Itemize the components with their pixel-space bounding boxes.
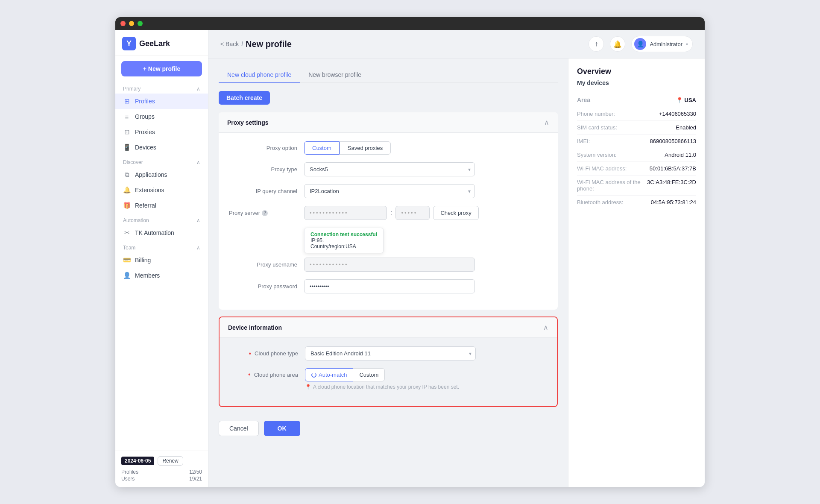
sidebar-item-extensions[interactable]: 🔔 Extensions bbox=[115, 182, 208, 198]
proxy-custom-btn[interactable]: Custom bbox=[304, 141, 340, 155]
sidebar-item-members[interactable]: 👤 Members bbox=[115, 268, 208, 283]
tab-bar: New cloud phone profile New browser prof… bbox=[219, 67, 558, 83]
proxy-server-help-icon[interactable]: ? bbox=[262, 210, 268, 216]
proxy-password-input[interactable] bbox=[304, 279, 475, 293]
applications-icon: ⧉ bbox=[123, 171, 131, 179]
profiles-stat-label: Profiles bbox=[121, 469, 138, 475]
overview-area-row: Area 📍 USA bbox=[577, 93, 696, 107]
proxy-settings-header: Proxy settings ∧ bbox=[219, 112, 558, 133]
proxy-password-wrapper bbox=[304, 279, 475, 293]
new-profile-button[interactable]: + New profile bbox=[121, 61, 202, 76]
wifi-mac-phone-label: Wi-Fi MAC address of the phone: bbox=[577, 179, 647, 192]
proxy-option-row: Proxy option Custom Saved proxies bbox=[229, 141, 548, 155]
proxy-type-row: Proxy type Socks5 HTTP HTTPS SOCKS4 ▾ bbox=[229, 162, 548, 176]
proxy-saved-btn[interactable]: Saved proxies bbox=[340, 141, 391, 155]
overview-wifi-mac-phone: Wi-Fi MAC address of the phone: 3C:A3:48… bbox=[577, 176, 696, 196]
cancel-button[interactable]: Cancel bbox=[219, 421, 259, 436]
cloud-phone-type-select-wrapper: Basic Edition Android 11 Standard Editio… bbox=[305, 346, 476, 360]
main-panel: New cloud phone profile New browser prof… bbox=[208, 59, 568, 487]
bluetooth-label: Bluetooth address: bbox=[577, 199, 623, 205]
bluetooth-value: 04:5A:95:73:81:24 bbox=[651, 199, 696, 205]
proxy-username-label: Proxy username bbox=[229, 261, 297, 268]
user-chevron-icon: ▾ bbox=[686, 42, 688, 47]
proxy-settings-collapse-icon[interactable]: ∧ bbox=[544, 118, 549, 126]
expand-dot[interactable] bbox=[138, 21, 143, 26]
user-name: Administrator bbox=[650, 41, 682, 47]
sidebar-item-billing[interactable]: 💳 Billing bbox=[115, 252, 208, 268]
user-avatar: 👤 bbox=[634, 38, 646, 50]
form-actions: Cancel OK bbox=[219, 414, 558, 443]
sidebar-item-groups[interactable]: ≡ Groups bbox=[115, 109, 208, 124]
user-menu[interactable]: 👤 Administrator ▾ bbox=[631, 36, 693, 52]
close-dot[interactable] bbox=[120, 21, 126, 26]
check-proxy-button[interactable]: Check proxy bbox=[433, 206, 478, 220]
extensions-icon: 🔔 bbox=[123, 186, 131, 194]
sidebar-item-referral-label: Referral bbox=[135, 202, 156, 209]
main-content: < Back / New profile ↑ 🔔 👤 Administrator… bbox=[208, 30, 705, 487]
phone-number-label: Phone number: bbox=[577, 111, 615, 117]
device-info-section: Device information ∧ • Cloud phone type bbox=[219, 316, 558, 407]
sidebar-item-applications[interactable]: ⧉ Applications bbox=[115, 167, 208, 182]
proxy-username-input[interactable] bbox=[304, 258, 475, 272]
sidebar-item-extensions-label: Extensions bbox=[135, 187, 164, 193]
tab-cloud-phone[interactable]: New cloud phone profile bbox=[219, 67, 300, 83]
wifi-mac-label: Wi-Fi MAC address: bbox=[577, 165, 627, 172]
custom-area-button[interactable]: Custom bbox=[353, 368, 385, 381]
ip-query-select[interactable]: IP2Location IPInfo MaxMind bbox=[304, 184, 475, 198]
wifi-mac-value: 50:01:6B:5A:37:7B bbox=[650, 165, 696, 172]
ok-button[interactable]: OK bbox=[264, 421, 300, 436]
sidebar-item-billing-label: Billing bbox=[135, 257, 151, 264]
logo: Y GeeLark bbox=[115, 30, 208, 56]
overview-bluetooth: Bluetooth address: 04:5A:95:73:81:24 bbox=[577, 196, 696, 209]
team-section-label: Team ∧ bbox=[115, 240, 208, 252]
overview-my-devices: My devices bbox=[577, 79, 696, 86]
overview-title: Overview bbox=[577, 67, 696, 76]
cloud-phone-type-select[interactable]: Basic Edition Android 11 Standard Editio… bbox=[305, 346, 476, 360]
batch-create-button[interactable]: Batch create bbox=[219, 91, 270, 105]
sidebar-item-referral[interactable]: 🎁 Referral bbox=[115, 198, 208, 213]
proxy-type-select[interactable]: Socks5 HTTP HTTPS SOCKS4 bbox=[304, 162, 475, 176]
ip-query-select-wrapper: IP2Location IPInfo MaxMind ▾ bbox=[304, 184, 475, 198]
sidebar-item-devices-label: Devices bbox=[135, 144, 156, 151]
sidebar-stats: Profiles 12/50 Users 19/21 bbox=[121, 469, 202, 482]
overview-area-label: Area bbox=[577, 97, 590, 103]
cloud-phone-area-row: • Cloud phone area Auto-match bbox=[230, 368, 547, 390]
sidebar-item-tk-automation[interactable]: ✂ TK Automation bbox=[115, 225, 208, 240]
device-info-collapse-icon[interactable]: ∧ bbox=[543, 323, 548, 331]
users-stat-value: 19/21 bbox=[189, 476, 202, 482]
device-info-header: Device information ∧ bbox=[220, 317, 557, 338]
sidebar-item-proxies[interactable]: ⊡ Proxies bbox=[115, 124, 208, 140]
auto-match-button[interactable]: Auto-match bbox=[305, 368, 353, 381]
proxy-server-label: Proxy server bbox=[229, 210, 260, 216]
proxy-port-input[interactable] bbox=[395, 206, 430, 220]
minimize-dot[interactable] bbox=[129, 21, 134, 26]
profiles-icon: ⊞ bbox=[123, 97, 131, 105]
title-bar bbox=[115, 17, 705, 30]
proxy-option-toggle: Custom Saved proxies bbox=[304, 141, 475, 155]
proxy-server-input[interactable] bbox=[304, 206, 387, 220]
connection-popup: Connection test successful IP:95. Countr… bbox=[304, 228, 548, 253]
sidebar-item-tk-automation-label: TK Automation bbox=[135, 229, 174, 236]
notifications-button[interactable]: 🔔 bbox=[610, 36, 625, 52]
sidebar-bottom: 2024-06-05 Renew Profiles 12/50 Users 19… bbox=[115, 451, 208, 487]
discover-section-label: Discover ∧ bbox=[115, 155, 208, 167]
back-link[interactable]: < Back bbox=[220, 41, 239, 47]
proxy-server-label-wrapper: Proxy server ? bbox=[229, 210, 297, 216]
connection-ip-text: IP:95. bbox=[310, 237, 377, 243]
ip-query-row: IP query channel IP2Location IPInfo MaxM… bbox=[229, 184, 548, 198]
upload-button[interactable]: ↑ bbox=[589, 36, 604, 52]
sidebar-item-members-label: Members bbox=[135, 272, 160, 279]
cloud-phone-area-controls: Auto-match Custom 📍 A cloud phone locati… bbox=[305, 368, 459, 390]
sidebar-date-row: 2024-06-05 Renew bbox=[121, 456, 202, 466]
logo-text: GeeLark bbox=[139, 39, 170, 48]
renew-button[interactable]: Renew bbox=[158, 456, 183, 466]
overview-wifi-mac: Wi-Fi MAC address: 50:01:6B:5A:37:7B bbox=[577, 162, 696, 176]
sidebar-item-proxies-label: Proxies bbox=[135, 129, 155, 135]
tab-browser[interactable]: New browser profile bbox=[300, 67, 370, 83]
sidebar-item-profiles[interactable]: ⊞ Profiles bbox=[115, 94, 208, 109]
imei-label: IMEI: bbox=[577, 138, 590, 144]
proxy-option-label: Proxy option bbox=[229, 145, 297, 151]
proxy-username-row: Proxy username bbox=[229, 258, 548, 272]
sidebar-item-devices[interactable]: 📱 Devices bbox=[115, 140, 208, 155]
device-info-title: Device information bbox=[228, 324, 282, 331]
